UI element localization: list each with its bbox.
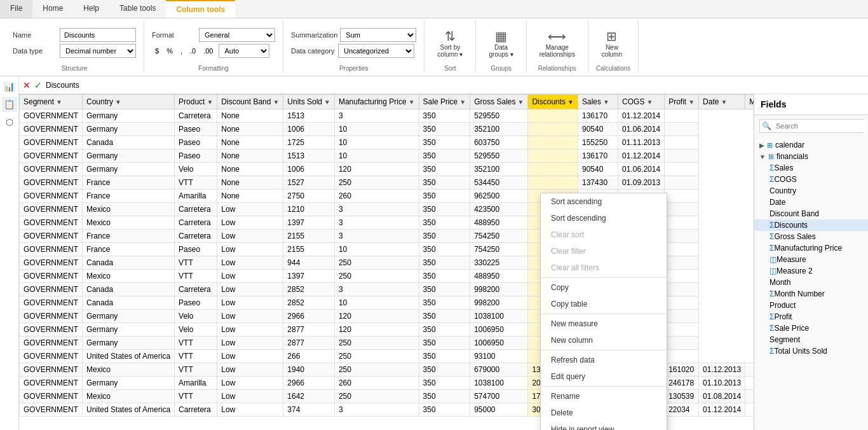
dollar-btn[interactable]: $ (152, 46, 162, 56)
col-date[interactable]: Date▼ (699, 95, 745, 109)
datacategory-select[interactable]: Uncategorized (338, 44, 414, 58)
col-units-sold[interactable]: Units Sold▼ (283, 95, 335, 109)
ctx-item-copy[interactable]: Copy (541, 279, 667, 296)
confirm-icon[interactable]: ✓ (34, 80, 42, 90)
col-cogs[interactable]: COGS▼ (618, 95, 665, 109)
decimal-inc-btn[interactable]: .0 (187, 46, 199, 56)
tree-child-label: Product (770, 301, 863, 310)
sidebar-icon-model[interactable]: ⬡ (2, 114, 17, 130)
tree-child-item[interactable]: Country (754, 185, 868, 197)
ctx-item-sort-ascending[interactable]: Sort ascending (541, 193, 667, 210)
tab-home[interactable]: Home (32, 0, 73, 18)
col-sales[interactable]: Sales▼ (578, 95, 618, 109)
tab-table-tools[interactable]: Table tools (109, 0, 166, 18)
col-discounts[interactable]: Discounts▼ (528, 95, 578, 109)
ctx-item-new-column[interactable]: New column (541, 332, 667, 349)
name-input[interactable] (60, 28, 136, 42)
table-cell: Low (217, 363, 283, 377)
tree-child-item[interactable]: Σ Profit (754, 311, 868, 322)
tree-child-item[interactable]: Σ Sale Price (754, 322, 868, 334)
tree-child-item[interactable]: Σ Gross Sales (754, 231, 868, 242)
table-cell: 350 (419, 377, 470, 390)
sidebar-icon-data[interactable]: 📋 (2, 97, 17, 112)
tree-child-label: Discount Band (770, 209, 863, 218)
table-cell: 529550 (470, 149, 528, 163)
ctx-separator (541, 386, 667, 387)
data-groups-btn[interactable]: ▦ Datagroups ▾ (484, 26, 518, 60)
table-cell: GOVERNMENT (20, 176, 83, 190)
sidebar-icon-report[interactable]: 📊 (2, 79, 17, 94)
new-column-btn[interactable]: ⊞ Newcolumn (596, 26, 628, 60)
tree-field-icon: Σ (770, 324, 774, 333)
tree-child-item[interactable]: Segment (754, 334, 868, 345)
table-cell: VTT (175, 350, 217, 363)
col-manufacturing-price[interactable]: Manufacturing Price▼ (334, 95, 419, 109)
table-cell: 350 (419, 149, 470, 163)
cancel-icon[interactable]: ✕ (23, 80, 31, 90)
datatype-select[interactable]: Decimal number (60, 44, 136, 58)
table-cell: 260 (334, 190, 419, 203)
tree-child-item[interactable]: ◫ Measure (754, 254, 868, 265)
table-container[interactable]: Segment▼ Country▼ Product▼ Discount Band… (19, 94, 754, 430)
new-column-icon: ⊞ (606, 29, 617, 44)
ctx-item-delete[interactable]: Delete (541, 405, 667, 421)
tree-table-icon: ⊞ (768, 153, 774, 161)
tree-child-item[interactable]: Discount Band (754, 208, 868, 219)
tree-child-item[interactable]: Σ Total Units Sold (754, 345, 868, 357)
summarization-select[interactable]: Sum (340, 28, 416, 42)
col-month-num[interactable]: Month Num▼ (745, 95, 754, 109)
tab-help[interactable]: Help (73, 0, 109, 18)
ctx-item-copy-table[interactable]: Copy table (541, 296, 667, 312)
table-row: GOVERNMENTFranceVTTNone15272503505344501… (20, 176, 754, 190)
auto-select[interactable]: Auto (219, 44, 269, 58)
ctx-item-refresh-data[interactable]: Refresh data (541, 352, 667, 368)
tree-child-item[interactable]: Product (754, 300, 868, 311)
col-gross-sales[interactable]: Gross Sales▼ (470, 95, 528, 109)
col-profit[interactable]: Profit▼ (665, 95, 699, 109)
tab-file[interactable]: File (0, 0, 32, 18)
tree-group-item[interactable]: ▼⊞financials (754, 151, 868, 162)
col-country[interactable]: Country▼ (83, 95, 175, 109)
tree-group-item[interactable]: ▶⊞calendar (754, 139, 868, 151)
tree-child-item[interactable]: Σ Discounts (754, 219, 868, 231)
table-cell: 250 (334, 336, 419, 350)
table-cell: United States of America (83, 350, 175, 363)
tree-child-item[interactable]: Σ Sales (754, 162, 868, 174)
decimal-dec-btn[interactable]: .00 (200, 46, 216, 56)
comma-btn[interactable]: , (177, 46, 186, 56)
ctx-item-edit-query[interactable]: Edit query (541, 368, 667, 385)
sort-by-column-btn[interactable]: ⇅ Sort bycolumn ▾ (432, 26, 468, 60)
ctx-item-sort-descending[interactable]: Sort descending (541, 210, 667, 226)
properties-label: Properties (291, 65, 416, 73)
tree-field-icon: Σ (770, 221, 774, 230)
table-cell: 120 (334, 310, 419, 323)
col-segment[interactable]: Segment▼ (20, 95, 83, 109)
col-sale-price[interactable]: Sale Price▼ (419, 95, 470, 109)
tree-child-item[interactable]: Date (754, 197, 868, 208)
table-cell: 352100 (470, 123, 528, 136)
manage-relationships-btn[interactable]: ⟷ Managerelationships (534, 26, 580, 60)
formula-input[interactable] (46, 81, 864, 90)
search-box[interactable]: 🔍 (759, 119, 863, 133)
table-cell: GOVERNMENT (20, 230, 83, 243)
ctx-item-rename[interactable]: Rename (541, 388, 667, 405)
table-cell: 350 (419, 270, 470, 283)
table-cell: 1642 (283, 390, 335, 403)
tab-column-tools[interactable]: Column tools (166, 0, 235, 18)
col-discount-band[interactable]: Discount Band▼ (217, 95, 283, 109)
table-cell: 22034 (665, 403, 699, 417)
tree-child-item[interactable]: Σ Manufacturing Price (754, 242, 868, 254)
tree-child-item[interactable]: ◫ Measure 2 (754, 265, 868, 277)
format-select[interactable]: General (199, 28, 275, 42)
table-cell: 330225 (470, 256, 528, 270)
percent-btn[interactable]: % (163, 46, 176, 56)
tree-child-item[interactable]: Σ Month Number (754, 288, 868, 300)
table-cell: 350 (419, 256, 470, 270)
table-cell: Low (217, 243, 283, 256)
ctx-item-hide-in-report-view[interactable]: Hide in report view (541, 421, 667, 430)
search-input[interactable] (773, 120, 866, 132)
col-product[interactable]: Product▼ (175, 95, 217, 109)
ctx-item-new-measure[interactable]: New measure (541, 316, 667, 332)
tree-child-item[interactable]: Month (754, 277, 868, 288)
tree-child-item[interactable]: Σ COGS (754, 174, 868, 185)
